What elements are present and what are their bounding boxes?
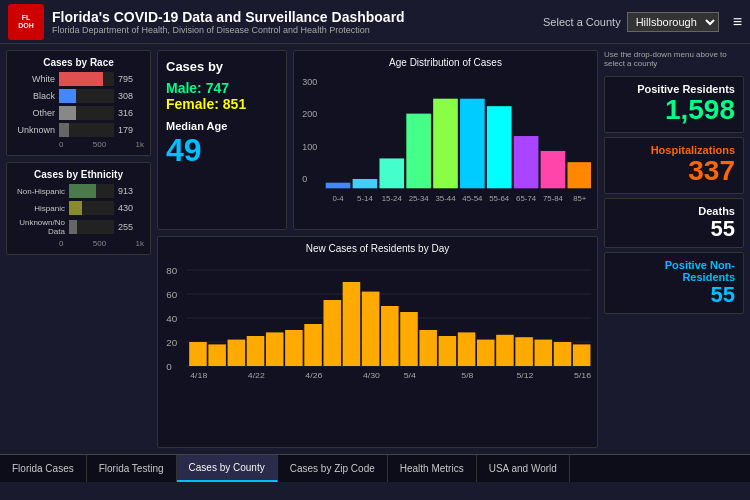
hospitalizations-label: Hospitalizations <box>613 144 735 156</box>
age-bar <box>326 183 351 189</box>
eth-bar-outer <box>69 201 114 215</box>
race-bar-value: 308 <box>118 91 144 101</box>
header-title-block: Florida's COVID-19 Data and Surveillance… <box>52 9 543 35</box>
eth-bar-value: 430 <box>118 203 144 213</box>
new-cases-chart: 80 60 40 20 0 4/184/224/264/305/45/85/12… <box>164 258 591 413</box>
race-bar-chart: White 795 Black 308 Other 316 Unknown 17… <box>13 72 144 137</box>
age-dist-title: Age Distribution of Cases <box>300 57 591 68</box>
new-cases-date-label: 4/30 <box>363 370 380 380</box>
eth-bar-fill <box>69 184 96 198</box>
race-bar-label: Other <box>13 108 55 118</box>
new-cases-bar <box>400 312 418 366</box>
race-bar-fill <box>59 72 103 86</box>
menu-icon[interactable]: ≡ <box>733 13 742 31</box>
eth-bar-fill <box>69 220 77 234</box>
new-cases-bar <box>266 332 284 366</box>
age-bar <box>460 99 485 189</box>
median-age-value: 49 <box>166 132 278 169</box>
age-bar-label: 65-74 <box>516 194 537 203</box>
county-dropdown[interactable]: Hillsborough Miami-Dade Broward Palm Bea… <box>627 12 719 32</box>
center-top: Cases by Male: 747 Female: 851 Median Ag… <box>157 50 598 230</box>
positive-residents-block: Positive Residents 1,598 <box>604 76 744 133</box>
age-bar-label: 35-44 <box>436 194 457 203</box>
ethnicity-bar-chart: Non-Hispanic 913 Hispanic 430 Unknown/No… <box>13 184 144 236</box>
svg-text:20: 20 <box>166 337 177 347</box>
new-cases-bar <box>343 282 361 366</box>
svg-text:80: 80 <box>166 265 177 275</box>
race-bar-value: 179 <box>118 125 144 135</box>
deaths-value: 55 <box>613 217 735 241</box>
race-bar-fill <box>59 123 69 137</box>
race-bar-outer <box>59 123 114 137</box>
race-bar-value: 795 <box>118 74 144 84</box>
deaths-block: Deaths 55 <box>604 198 744 248</box>
new-cases-bar <box>458 332 476 366</box>
new-cases-bar <box>208 344 226 366</box>
eth-bar-row: Non-Hispanic 913 <box>13 184 144 198</box>
new-cases-bar <box>573 344 591 366</box>
positive-nonresidents-value: 55 <box>613 283 735 307</box>
new-cases-bar <box>228 340 246 366</box>
race-bar-row: Other 316 <box>13 106 144 120</box>
age-bar-label: 25-34 <box>409 194 430 203</box>
new-cases-date-label: 4/26 <box>305 370 322 380</box>
new-cases-bar <box>535 340 553 366</box>
tab-cases-by-county[interactable]: Cases by County <box>177 455 278 482</box>
race-bar-label: Unknown <box>13 125 55 135</box>
hospitalizations-block: Hospitalizations 337 <box>604 137 744 194</box>
race-bar-label: Black <box>13 91 55 101</box>
new-cases-title: New Cases of Residents by Day <box>164 243 591 254</box>
cases-by-ethnicity-panel: Cases by Ethnicity Non-Hispanic 913 Hisp… <box>6 162 151 255</box>
svg-text:100: 100 <box>302 142 317 152</box>
new-cases-bar <box>515 337 533 366</box>
race-bar-label: White <box>13 74 55 84</box>
center-column: Cases by Male: 747 Female: 851 Median Ag… <box>157 50 598 448</box>
race-bar-row: Unknown 179 <box>13 123 144 137</box>
tab-cases-by-zip-code[interactable]: Cases by Zip Code <box>278 455 388 482</box>
new-cases-bar <box>362 292 380 366</box>
positive-residents-value: 1,598 <box>613 95 735 126</box>
hospitalizations-value: 337 <box>613 156 735 187</box>
new-cases-bar <box>247 336 265 366</box>
age-distribution-chart: 300 200 100 0 0-45-1415-2425-3435-4445-5… <box>300 72 591 212</box>
age-bar <box>406 114 431 189</box>
new-cases-bar <box>189 342 207 366</box>
new-cases-date-label: 4/18 <box>190 370 207 380</box>
svg-text:200: 200 <box>302 109 317 119</box>
race-bar-outer <box>59 72 114 86</box>
tab-florida-cases[interactable]: Florida Cases <box>0 455 87 482</box>
race-bar-value: 316 <box>118 108 144 118</box>
race-bar-fill <box>59 89 76 103</box>
new-cases-bar <box>419 330 437 366</box>
cases-by-panel: Cases by Male: 747 Female: 851 Median Ag… <box>157 50 287 230</box>
age-bar-label: 5-14 <box>357 194 373 203</box>
eth-bar-label: Unknown/No Data <box>13 218 65 236</box>
age-bar-label: 75-84 <box>543 194 564 203</box>
eth-bar-outer <box>69 184 114 198</box>
race-bar-fill <box>59 106 76 120</box>
tab-florida-testing[interactable]: Florida Testing <box>87 455 177 482</box>
age-bar-label: 85+ <box>573 194 587 203</box>
male-stat: Male: 747 <box>166 80 278 96</box>
age-bar-label: 55-64 <box>489 194 510 203</box>
positive-nonresidents-block: Positive Non-Residents 55 <box>604 252 744 314</box>
right-column: Use the drop-down menu above to select a… <box>604 50 744 448</box>
svg-text:40: 40 <box>166 313 177 323</box>
tab-health-metrics[interactable]: Health Metrics <box>388 455 477 482</box>
eth-bar-label: Non-Hispanic <box>13 187 65 196</box>
header: FLDOH Florida's COVID-19 Data and Survei… <box>0 0 750 44</box>
eth-axis: 0 500 1k <box>13 239 144 248</box>
eth-bar-fill <box>69 201 82 215</box>
new-cases-panel: New Cases of Residents by Day 80 60 40 2… <box>157 236 598 448</box>
cases-by-race-title: Cases by Race <box>13 57 144 68</box>
new-cases-bar <box>381 306 399 366</box>
age-bar-label: 0-4 <box>332 194 344 203</box>
eth-bar-row: Unknown/No Data 255 <box>13 218 144 236</box>
cases-by-race-panel: Cases by Race White 795 Black 308 Other … <box>6 50 151 156</box>
new-cases-bar <box>496 335 514 366</box>
new-cases-bar <box>323 300 341 366</box>
race-bar-outer <box>59 89 114 103</box>
dashboard-subtitle: Florida Department of Health, Division o… <box>52 25 543 35</box>
new-cases-date-label: 4/22 <box>248 370 265 380</box>
tab-usa-and-world[interactable]: USA and World <box>477 455 570 482</box>
